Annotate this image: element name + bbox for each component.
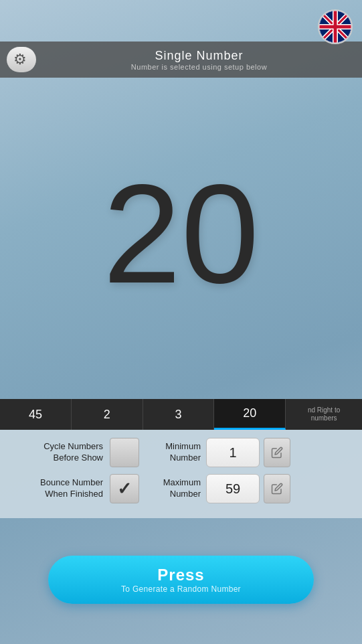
- big-number: 20: [103, 164, 260, 305]
- number-display: 20: [0, 94, 362, 375]
- maximum-group: MaximumNumber 59: [153, 474, 351, 503]
- maximum-label: MaximumNumber: [153, 477, 206, 500]
- press-button[interactable]: Press To Generate a Random Number: [48, 556, 314, 604]
- press-sublabel: To Generate a Random Number: [121, 584, 241, 594]
- press-label: Press: [157, 566, 204, 584]
- settings-panel: Cycle NumbersBefore Show MinimumNumber 1…: [0, 430, 362, 518]
- checkmark-icon: ✓: [117, 479, 132, 499]
- tab-2[interactable]: 2: [72, 399, 143, 430]
- mode-title: Single Number: [36, 49, 362, 63]
- cycle-checkbox[interactable]: [110, 438, 139, 467]
- flag-icon[interactable]: [318, 9, 353, 44]
- settings-bar: ⚙ Single Number Number is selected using…: [0, 42, 362, 78]
- gear-icon: ⚙: [13, 51, 27, 68]
- cycle-label: Cycle NumbersBefore Show: [11, 441, 110, 464]
- settings-pill[interactable]: ⚙: [7, 47, 36, 72]
- bounce-checkbox[interactable]: ✓: [110, 474, 139, 503]
- minimum-edit-button[interactable]: [264, 438, 290, 467]
- minimum-label: MinimumNumber: [153, 441, 206, 464]
- tab-3[interactable]: 3: [143, 399, 215, 430]
- maximum-value: 59: [206, 474, 260, 503]
- number-tabs: 45 2 3 20 nd Right to numbers: [0, 399, 362, 430]
- minimum-value: 1: [206, 438, 260, 467]
- settings-bar-text: Single Number Number is selected using s…: [36, 49, 362, 71]
- maximum-edit-button[interactable]: [264, 474, 290, 503]
- tab-20[interactable]: 20: [214, 399, 286, 430]
- minimum-group: MinimumNumber 1: [153, 438, 351, 467]
- cycle-row: Cycle NumbersBefore Show MinimumNumber 1: [11, 438, 351, 467]
- tab-hint: nd Right to numbers: [286, 406, 362, 422]
- mode-subtitle: Number is selected using setup below: [36, 63, 362, 71]
- bounce-row: Bounce NumberWhen Finished ✓ MaximumNumb…: [11, 474, 351, 503]
- bounce-label: Bounce NumberWhen Finished: [11, 477, 110, 500]
- tab-45[interactable]: 45: [0, 399, 72, 430]
